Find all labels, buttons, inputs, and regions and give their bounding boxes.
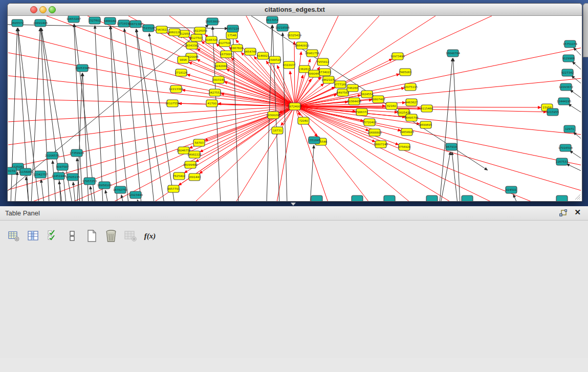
graph-node[interactable] <box>426 195 438 201</box>
graph-edge[interactable] <box>568 104 581 113</box>
graph-node[interactable]: 18807249 <box>374 141 388 148</box>
graph-edge[interactable] <box>113 106 295 201</box>
graph-node[interactable]: 20053346 <box>75 64 90 72</box>
graph-node[interactable]: 17359928 <box>70 149 84 157</box>
graph-edge[interactable] <box>53 161 56 201</box>
graph-node[interactable]: 12093872 <box>559 83 573 91</box>
function-builder-icon[interactable]: f(x) <box>143 229 157 243</box>
graph-node[interactable] <box>311 195 322 201</box>
close-panel-icon[interactable]: ✕ <box>574 208 581 217</box>
graph-edge[interactable] <box>8 25 208 191</box>
graph-node[interactable]: 867919 <box>446 143 457 150</box>
graph-node[interactable]: 1351845 <box>308 137 321 144</box>
graph-node[interactable]: 18724007 <box>288 103 302 110</box>
graph-edge[interactable] <box>8 76 295 106</box>
graph-node[interactable]: 19218586 <box>275 24 290 31</box>
graph-node[interactable]: 16958107 <box>97 182 112 189</box>
graph-node[interactable]: 17016504 <box>558 144 573 151</box>
graph-node[interactable]: 41700 <box>206 100 217 107</box>
graph-node[interactable]: 16495796 <box>404 114 419 121</box>
graph-edge[interactable] <box>137 200 139 201</box>
graph-node[interactable]: 3427552 <box>209 89 222 96</box>
graph-node[interactable]: 9146821 <box>257 52 270 59</box>
graph-node[interactable]: 11451944 <box>52 172 66 180</box>
graph-node[interactable]: 9242844 <box>215 62 228 70</box>
graph-node[interactable]: 9127508 <box>219 39 231 47</box>
graph-node[interactable]: 16782759 <box>113 186 127 193</box>
graph-node[interactable]: 12923448 <box>128 191 143 199</box>
graph-node[interactable]: 6734022 <box>319 69 332 76</box>
graph-edge[interactable] <box>110 26 117 201</box>
graph-node[interactable]: 10973493 <box>390 53 405 60</box>
graph-node[interactable]: 1691443 <box>188 173 201 181</box>
graph-edge[interactable] <box>73 182 75 201</box>
graph-node[interactable]: 16107554 <box>165 100 180 107</box>
graph-edge[interactable] <box>453 58 460 201</box>
graph-node[interactable]: 1588520 <box>269 56 281 63</box>
graph-node[interactable]: 19654923 <box>400 128 414 136</box>
graph-node[interactable]: 20206576 <box>45 152 59 159</box>
graph-edge[interactable] <box>295 106 581 165</box>
graph-node[interactable] <box>462 195 473 201</box>
graph-node[interactable]: 10807487 <box>371 96 385 103</box>
graph-edge[interactable] <box>88 16 295 106</box>
graph-node[interactable]: 17546 <box>226 32 237 39</box>
graph-edge[interactable] <box>137 29 164 201</box>
graph-node[interactable]: 9756928 <box>398 143 411 150</box>
graph-edge[interactable] <box>572 76 581 84</box>
graph-node[interactable]: 12971 <box>564 125 575 133</box>
graph-node[interactable]: 8454749 <box>244 48 257 55</box>
graph-node[interactable]: 9115460 <box>421 105 433 112</box>
graph-node[interactable]: 15751074 <box>563 40 577 48</box>
graph-node[interactable]: 9857791 <box>167 185 180 192</box>
graph-edge[interactable] <box>111 26 128 201</box>
graph-edge[interactable] <box>570 90 581 99</box>
citation-network-graph[interactable]: 1872400718300295891295418226058912750316… <box>8 16 581 201</box>
graph-edge[interactable] <box>205 106 295 141</box>
graph-edge[interactable] <box>574 132 581 140</box>
graph-node[interactable]: 3824554 <box>361 91 374 98</box>
window-resize-grip[interactable] <box>574 193 581 200</box>
graph-node[interactable]: 9860128 <box>168 29 181 36</box>
graph-node[interactable]: 15720407 <box>362 119 377 126</box>
graph-node[interactable]: 72040 <box>298 117 309 124</box>
graph-node[interactable]: 7485063 <box>399 69 412 76</box>
graph-node[interactable]: 16671388 <box>128 20 143 28</box>
graph-node[interactable]: 58783 <box>193 139 205 146</box>
graph-node[interactable]: 9227342 <box>561 69 574 76</box>
graph-edge[interactable] <box>574 48 581 57</box>
graph-node[interactable]: 10653287 <box>67 16 81 23</box>
graph-edge[interactable] <box>282 33 287 201</box>
graph-edge[interactable] <box>233 34 238 201</box>
graph-node[interactable]: 9463627 <box>405 99 418 106</box>
select-all-icon[interactable] <box>46 229 59 243</box>
graph-node[interactable]: 9699695 <box>420 121 432 128</box>
graph-node[interactable]: 39159 <box>8 167 16 174</box>
row-height-icon[interactable] <box>66 229 79 243</box>
graph-node[interactable]: 12505135 <box>66 173 80 181</box>
graph-node[interactable]: 9896 <box>178 56 189 63</box>
graph-edge[interactable] <box>11 28 17 201</box>
graph-node[interactable]: 20364436 <box>347 98 361 105</box>
graph-node[interactable]: 16543382 <box>185 42 199 49</box>
graph-node[interactable]: 18226058 <box>193 27 207 34</box>
graph-edge[interactable] <box>294 41 295 106</box>
graph-edge[interactable] <box>136 29 154 201</box>
graph-node[interactable]: 16640910 <box>295 42 309 49</box>
delete-trash-icon[interactable] <box>104 229 118 243</box>
graph-node[interactable]: 2605572 <box>11 19 24 27</box>
graph-node[interactable]: 16325419 <box>287 32 301 39</box>
graph-node[interactable]: 9097587 <box>56 163 69 170</box>
graph-node[interactable]: 20891406 <box>33 19 48 27</box>
graph-node[interactable]: 16053809 <box>205 18 220 25</box>
graph-node[interactable]: 1167533 <box>556 158 569 165</box>
graph-edge[interactable] <box>452 152 458 201</box>
graph-node[interactable]: 12342757 <box>33 171 48 178</box>
graph-edge[interactable] <box>212 27 221 201</box>
graph-node[interactable]: 1527602 <box>89 17 101 24</box>
graph-node[interactable]: 16099489 <box>183 161 198 168</box>
graph-node[interactable]: 2867608 <box>231 45 244 52</box>
graph-node[interactable]: 8215955 <box>547 108 559 116</box>
network-canvas[interactable]: 1872400718300295891295418226058912750316… <box>8 16 582 201</box>
split-pane-handle[interactable] <box>291 203 296 206</box>
